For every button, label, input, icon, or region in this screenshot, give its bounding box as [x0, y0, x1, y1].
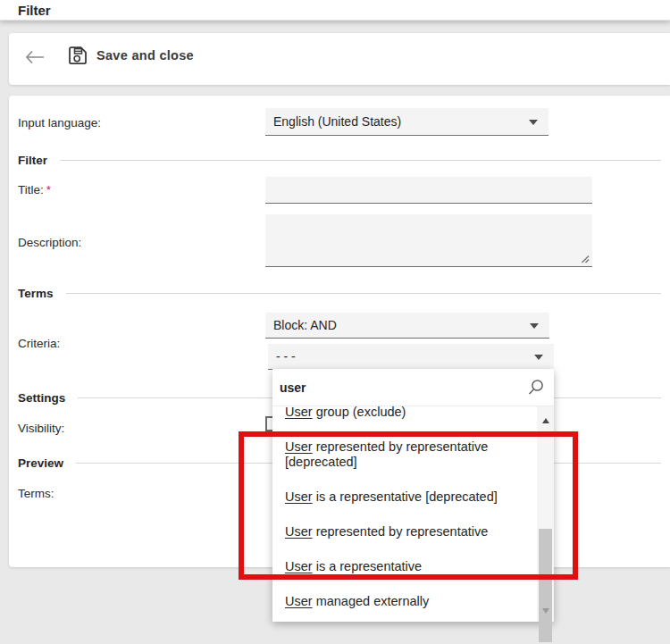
matched-search-text: User: [285, 559, 313, 573]
chevron-down-icon: [534, 355, 543, 360]
dropdown-item[interactable]: User managed externally: [272, 584, 537, 619]
matched-search-text: User: [285, 439, 313, 454]
section-filter-label: Filter: [18, 154, 47, 167]
scroll-down-button[interactable]: [537, 603, 554, 618]
back-arrow-icon: [23, 46, 46, 69]
section-filter: Filter: [18, 154, 661, 167]
scroll-up-icon: [542, 418, 549, 423]
required-marker: *: [46, 183, 51, 197]
back-button[interactable]: [23, 46, 46, 69]
matched-search-text: User: [285, 594, 313, 608]
scrollbar-thumb[interactable]: [539, 529, 552, 642]
title-label: Title:*: [18, 183, 51, 197]
criteria-block-select[interactable]: Block: AND: [265, 313, 549, 339]
save-and-close-label: Save and close: [96, 48, 194, 63]
criteria-term-value: - - -: [276, 349, 296, 364]
preview-terms-label: Terms:: [18, 487, 54, 500]
dropdown-item[interactable]: User is a representative [deprecated]: [272, 480, 537, 514]
dropdown-search-input[interactable]: [280, 376, 521, 399]
save-icon: [68, 46, 88, 65]
description-textarea[interactable]: [265, 214, 592, 267]
criteria-block-value: Block: AND: [273, 318, 337, 332]
resize-grip-icon[interactable]: [580, 254, 590, 263]
scroll-up-button[interactable]: [537, 413, 554, 428]
dropdown-scrollbar[interactable]: [537, 406, 554, 622]
section-divider: [66, 293, 661, 294]
chevron-down-icon: [530, 323, 539, 329]
scroll-down-icon: [542, 608, 549, 614]
title-input[interactable]: [265, 177, 592, 204]
search-icon: [527, 379, 545, 397]
criteria-term-select[interactable]: - - -: [268, 344, 554, 370]
chevron-down-icon: [529, 120, 538, 125]
criteria-dropdown-popup: User group (exclude)User represented by …: [272, 369, 554, 622]
visibility-label: Visibility:: [18, 422, 64, 435]
section-divider: [60, 160, 661, 161]
filter-editor-page: Filter Save and close Input language: En…: [0, 0, 670, 644]
input-language-label: Input language:: [18, 116, 101, 130]
dropdown-item[interactable]: User is a representative: [272, 549, 537, 584]
dropdown-search-row: [272, 369, 554, 406]
dropdown-list: User group (exclude)User represented by …: [272, 406, 537, 622]
dropdown-item[interactable]: User represented by representative [depr…: [272, 430, 537, 480]
section-preview-label: Preview: [18, 456, 63, 470]
input-language-value: English (United States): [273, 114, 401, 129]
matched-search-text: User: [285, 524, 313, 539]
section-settings-label: Settings: [18, 391, 65, 405]
save-and-close-button[interactable]: Save and close: [68, 46, 194, 65]
section-terms: Terms: [18, 287, 661, 300]
matched-search-text: User: [285, 489, 313, 504]
page-header: Filter: [0, 0, 670, 21]
description-label: Description:: [18, 236, 81, 249]
input-language-select[interactable]: English (United States): [265, 108, 549, 136]
criteria-label: Criteria:: [18, 337, 60, 350]
matched-search-text: User: [285, 406, 313, 419]
dropdown-item[interactable]: User group (exclude): [272, 406, 537, 430]
dropdown-list-inner: User group (exclude)User represented by …: [272, 406, 537, 619]
section-terms-label: Terms: [18, 287, 54, 300]
dropdown-item[interactable]: User represented by representative: [272, 514, 537, 549]
page-title: Filter: [18, 3, 51, 18]
